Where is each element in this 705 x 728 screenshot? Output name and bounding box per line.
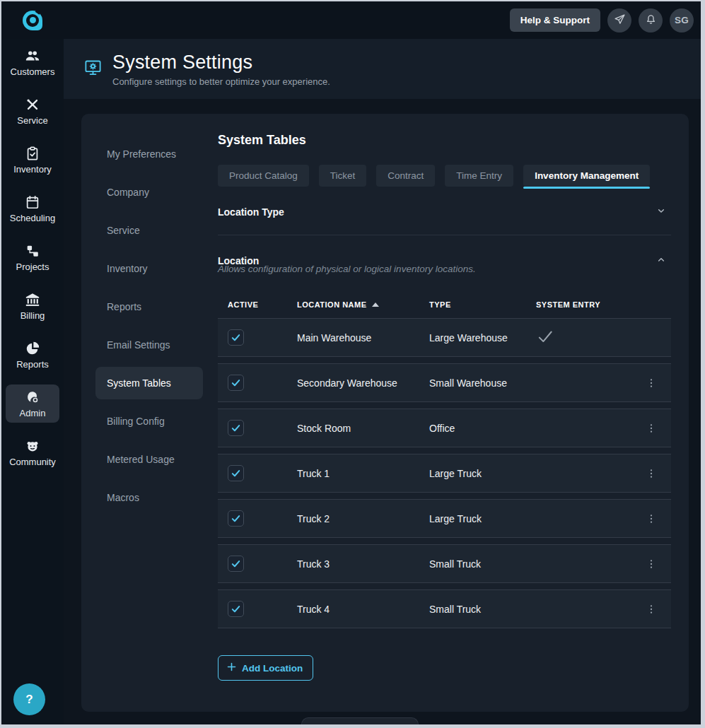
sidebar-item-label: Inventory — [13, 164, 51, 175]
bottom-partial-panel — [301, 717, 419, 724]
system-tables-panel: System Tables Product Catalog Ticket Con… — [218, 114, 689, 712]
table-header: ACTIVE LOCATION NAME TYPE SYSTEM ENTRY — [218, 291, 671, 318]
sidebar-item-inventory[interactable]: Inventory — [6, 141, 59, 179]
location-name-cell: Truck 1 — [297, 468, 429, 479]
sidebar-item-community[interactable]: Community — [6, 433, 59, 471]
tab-contract[interactable]: Contract — [376, 165, 435, 187]
type-cell: Large Warehouse — [429, 332, 536, 344]
tab-time-entry[interactable]: Time Entry — [445, 165, 513, 187]
system-entry-check-icon — [536, 327, 641, 348]
active-checkbox[interactable] — [228, 375, 244, 391]
settings-nav-billing-config[interactable]: Billing Config — [95, 402, 203, 440]
settings-nav-email-settings[interactable]: Email Settings — [95, 326, 203, 364]
avatar-initials: SG — [675, 15, 689, 25]
location-name-cell: Main Warehouse — [297, 332, 429, 344]
type-cell: Large Truck — [429, 513, 536, 524]
app-logo-icon[interactable] — [23, 11, 42, 30]
help-fab-button[interactable]: ? — [13, 683, 45, 715]
active-checkbox[interactable] — [228, 329, 244, 346]
sidebar-item-customers[interactable]: Customers — [6, 43, 59, 81]
service-icon — [25, 97, 40, 112]
topbar: Help & Support SG — [1, 1, 701, 39]
type-cell: Office — [429, 423, 536, 434]
row-menu-button[interactable] — [641, 464, 661, 483]
billing-icon — [25, 292, 40, 307]
chevron-up-icon[interactable] — [656, 254, 667, 268]
send-feedback-button[interactable] — [607, 8, 631, 33]
notifications-button[interactable] — [639, 8, 663, 33]
bell-icon — [645, 13, 657, 28]
sidebar-item-billing[interactable]: Billing — [6, 287, 59, 325]
sidebar-item-scheduling[interactable]: Scheduling — [6, 189, 59, 228]
location-name-cell: Truck 4 — [297, 604, 429, 615]
active-checkbox[interactable] — [228, 465, 244, 481]
sidebar-item-label: Service — [17, 115, 47, 126]
sidebar-item-admin[interactable]: Admin — [6, 384, 59, 423]
settings-nav-macros[interactable]: Macros — [95, 479, 203, 517]
row-menu-button[interactable] — [641, 418, 661, 438]
system-tables-tabs: Product Catalog Ticket Contract Time Ent… — [218, 165, 671, 187]
app-root: Help & Support SG Custome — [1, 1, 701, 724]
location-name-cell: Truck 3 — [297, 558, 429, 570]
active-checkbox[interactable] — [228, 556, 244, 572]
location-name-cell: Stock Room — [297, 423, 429, 434]
row-menu-button[interactable] — [641, 509, 661, 529]
sidebar-item-reports[interactable]: Reports — [6, 336, 59, 374]
settings-nav-inventory[interactable]: Inventory — [95, 249, 203, 288]
sidebar-item-label: Admin — [20, 408, 46, 418]
sidebar-item-service[interactable]: Service — [6, 92, 59, 130]
inventory-icon — [25, 146, 40, 161]
sidebar-item-label: Billing — [21, 310, 45, 321]
tab-inventory-management[interactable]: Inventory Management — [523, 165, 650, 187]
page-title: System Settings — [112, 52, 330, 74]
column-location-name[interactable]: LOCATION NAME — [297, 300, 429, 309]
panel-title: System Tables — [218, 133, 671, 148]
user-avatar[interactable]: SG — [670, 8, 694, 33]
active-checkbox[interactable] — [228, 420, 244, 436]
chevron-down-icon[interactable] — [656, 205, 667, 219]
row-menu-button[interactable] — [641, 599, 661, 619]
table-row: Stock Room Office — [218, 409, 671, 447]
settings-nav-system-tables[interactable]: System Tables — [95, 367, 203, 399]
settings-nav-metered-usage[interactable]: Metered Usage — [95, 440, 203, 479]
sidebar-item-projects[interactable]: Projects — [6, 238, 59, 276]
table-row: Main Warehouse Large Warehouse — [218, 318, 671, 357]
scheduling-icon — [25, 194, 40, 210]
settings-nav: My Preferences Company Service Inventory… — [81, 114, 218, 712]
settings-nav-service[interactable]: Service — [95, 211, 203, 249]
admin-icon — [25, 389, 40, 405]
reports-icon — [25, 341, 40, 356]
table-row: Truck 4 Small Truck — [218, 589, 671, 628]
tab-product-catalog[interactable]: Product Catalog — [218, 165, 309, 187]
row-menu-button[interactable] — [641, 554, 661, 574]
table-row: Truck 3 Small Truck — [218, 544, 671, 583]
type-cell: Large Truck — [429, 468, 536, 479]
sidebar-item-label: Scheduling — [10, 213, 55, 223]
active-checkbox[interactable] — [228, 510, 244, 527]
add-location-button[interactable]: Add Location — [218, 655, 313, 681]
column-type: TYPE — [429, 300, 536, 309]
location-name-cell: Truck 2 — [297, 513, 429, 524]
settings-card: My Preferences Company Service Inventory… — [81, 114, 689, 712]
community-icon — [25, 438, 40, 454]
window-frame: Help & Support SG Custome — [0, 0, 705, 728]
settings-nav-company[interactable]: Company — [95, 173, 203, 211]
column-active: ACTIVE — [228, 300, 297, 309]
type-cell: Small Warehouse — [429, 377, 536, 389]
tab-ticket[interactable]: Ticket — [319, 165, 367, 187]
settings-nav-my-preferences[interactable]: My Preferences — [95, 135, 203, 173]
section-description: Allows configuration of physical or logi… — [218, 264, 671, 274]
section-title: Location Type — [218, 206, 284, 218]
row-menu-button[interactable] — [641, 373, 661, 393]
page-header: System Settings Configure settings to be… — [64, 39, 701, 99]
column-system-entry: SYSTEM ENTRY — [536, 300, 641, 309]
active-checkbox[interactable] — [228, 601, 244, 617]
table-row: Secondary Warehouse Small Warehouse — [218, 363, 671, 402]
section-location-type[interactable]: Location Type — [218, 187, 671, 235]
settings-nav-reports[interactable]: Reports — [95, 288, 203, 326]
type-cell: Small Truck — [429, 558, 536, 570]
sidebar-item-label: Customers — [11, 66, 55, 77]
help-support-button[interactable]: Help & Support — [510, 8, 600, 32]
table-row: Truck 1 Large Truck — [218, 454, 671, 493]
plus-icon — [226, 662, 237, 674]
